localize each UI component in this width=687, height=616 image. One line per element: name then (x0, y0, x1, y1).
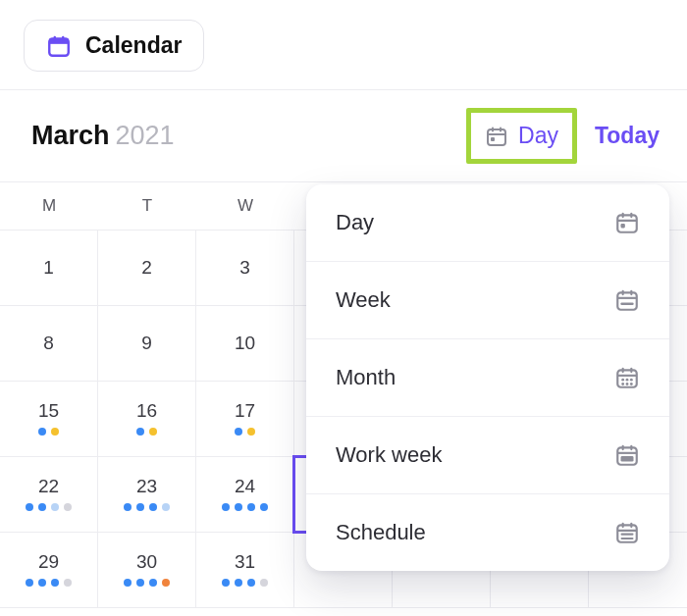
view-option-label: Week (336, 287, 391, 313)
view-option-month[interactable]: Month (306, 338, 669, 416)
day-number: 16 (136, 400, 157, 422)
day-number: 17 (235, 400, 255, 422)
calendar-day-cell[interactable]: 29 (0, 533, 98, 608)
today-button[interactable]: Today (595, 123, 660, 149)
calendar-day-icon (485, 125, 508, 148)
weekday-header: T (98, 182, 196, 230)
view-option-day[interactable]: Day (306, 184, 669, 261)
calendar-day-cell[interactable]: 9 (98, 306, 196, 382)
calendar-day-cell[interactable]: 3 (196, 231, 294, 306)
view-option-schedule[interactable]: Schedule (306, 493, 669, 571)
event-dots (222, 579, 268, 589)
day-number: 24 (235, 476, 255, 497)
day-number: 30 (136, 551, 157, 573)
calendar-day-cell[interactable]: 24 (196, 457, 294, 533)
view-selector-button[interactable]: Day (466, 108, 577, 164)
event-dots (26, 503, 72, 513)
weekday-header: M (0, 182, 98, 230)
day-number: 23 (136, 476, 157, 497)
calendar-day-icon (614, 210, 640, 235)
event-dots (26, 579, 72, 589)
view-option-label: Month (336, 365, 396, 390)
day-number: 31 (235, 551, 255, 573)
event-dots (38, 428, 59, 437)
calendar-workweek-icon (614, 442, 640, 468)
event-dots (124, 503, 170, 513)
event-dots (235, 428, 255, 437)
view-option-label: Day (336, 210, 374, 235)
view-option-label: Work week (336, 442, 442, 468)
calendar-day-cell[interactable]: 2 (98, 231, 196, 306)
calendar-day-cell[interactable]: 30 (98, 533, 196, 608)
calendar-day-cell[interactable]: 1 (0, 231, 98, 306)
day-number: 15 (38, 400, 59, 422)
day-number: 3 (239, 257, 250, 279)
calendar-day-cell[interactable]: 23 (98, 457, 196, 533)
calendar-app-icon (46, 33, 72, 59)
event-dots (136, 428, 157, 437)
calendar-day-cell[interactable]: 10 (196, 306, 294, 382)
calendar-day-cell[interactable]: 31 (196, 533, 294, 608)
day-number: 9 (141, 333, 152, 354)
view-selector-label: Day (518, 123, 558, 149)
day-number: 22 (38, 476, 59, 497)
day-number: 8 (43, 333, 54, 354)
event-dots (124, 579, 170, 589)
calendar-pill[interactable]: Calendar (24, 20, 204, 72)
calendar-schedule-icon (614, 520, 640, 545)
view-option-week[interactable]: Week (306, 261, 669, 338)
day-number: 1 (43, 257, 54, 279)
view-option-label: Schedule (336, 520, 426, 545)
day-number: 29 (38, 551, 59, 573)
calendar-day-cell[interactable]: 16 (98, 382, 196, 457)
view-option-work-week[interactable]: Work week (306, 416, 669, 493)
calendar-day-cell[interactable]: 15 (0, 382, 98, 457)
month-year-label: March2021 (31, 121, 175, 151)
calendar-pill-label: Calendar (85, 32, 182, 59)
calendar-week-icon (614, 287, 640, 313)
weekday-header: W (196, 182, 294, 230)
calendar-day-cell[interactable]: 8 (0, 306, 98, 382)
calendar-day-cell[interactable]: 22 (0, 457, 98, 533)
day-number: 2 (141, 257, 152, 279)
calendar-month-icon (614, 365, 640, 390)
calendar-day-cell[interactable]: 17 (196, 382, 294, 457)
day-number: 10 (235, 333, 255, 354)
view-dropdown: DayWeekMonthWork weekSchedule (306, 184, 669, 571)
event-dots (222, 503, 268, 513)
